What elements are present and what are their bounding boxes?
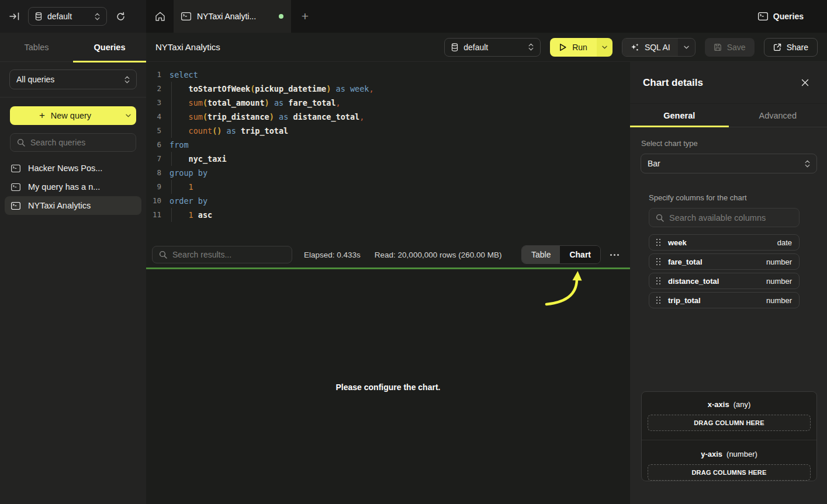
search-columns-input[interactable]: Search available columns (649, 208, 800, 227)
save-icon (714, 43, 722, 51)
collapse-sidebar-icon[interactable] (9, 12, 19, 20)
y-axis-block: y-axis(number) DRAG COLUMNS HERE (642, 440, 816, 481)
search-results-input[interactable]: Search results... (152, 246, 292, 263)
x-axis-dropzone[interactable]: DRAG COLUMN HERE (648, 415, 811, 431)
panel-tab-general[interactable]: General (630, 104, 729, 127)
save-button[interactable]: Save (705, 38, 755, 57)
y-axis-dropzone[interactable]: DRAG COLUMNS HERE (648, 464, 811, 481)
code-line[interactable]: 8group by (146, 166, 630, 180)
x-axis-title: x-axis(any) (648, 400, 811, 409)
drag-handle-icon[interactable] (656, 258, 660, 265)
topbar-database-value: default (47, 12, 89, 21)
code-line[interactable]: 6from (146, 138, 630, 152)
sql-ai-button[interactable]: SQL AI (622, 38, 695, 57)
line-number: 8 (146, 166, 161, 180)
line-number: 4 (146, 110, 161, 124)
code-text: nyc_taxi (169, 152, 227, 166)
column-chip-distance-total[interactable]: distance_total number (649, 273, 800, 289)
search-icon (656, 214, 664, 222)
query-list-item[interactable]: My query has a n... (5, 178, 141, 196)
code-line[interactable]: 9 1 (146, 180, 630, 194)
sidebar: Tables Queries All queries + New query (0, 33, 146, 504)
code-text: from (169, 138, 189, 152)
x-axis-block: x-axis(any) DRAG COLUMN HERE (642, 392, 816, 440)
code-text: toStartOfWeek(pickup_datetime) as week, (169, 82, 374, 96)
drag-handle-icon[interactable] (656, 277, 660, 284)
query-filter-select[interactable]: All queries (9, 69, 137, 89)
chart-type-select[interactable]: Bar (641, 154, 817, 173)
close-icon[interactable] (797, 75, 812, 91)
line-number: 6 (146, 138, 161, 152)
plus-icon: + (39, 110, 45, 121)
column-type: number (766, 296, 792, 305)
advanced-tab-label: Advanced (759, 111, 797, 120)
drag-handle-icon[interactable] (656, 239, 660, 246)
tab-queries-label: Queries (94, 43, 126, 52)
line-number: 1 (146, 68, 161, 82)
query-list-item-active[interactable]: NYTaxi Analytics (5, 196, 141, 215)
query-item-label: My query has a n... (28, 182, 100, 192)
sidebar-tab-queries[interactable]: Queries (73, 33, 146, 61)
refresh-icon[interactable] (116, 12, 126, 22)
tab-nytaxi-analytics[interactable]: NYTaxi Analyti... (174, 0, 291, 33)
panel-header: Chart details (630, 62, 827, 104)
database-icon (451, 43, 458, 51)
sql-editor[interactable]: 1select2 toStartOfWeek(pickup_datetime) … (146, 62, 630, 242)
line-number: 5 (146, 124, 161, 138)
x-axis-type: (any) (733, 400, 751, 409)
columns-section: Specify columns for the chart Search ava… (649, 193, 800, 308)
code-line[interactable]: 2 toStartOfWeek(pickup_datetime) as week… (146, 82, 630, 96)
code-line[interactable]: 7 nyc_taxi (146, 152, 630, 166)
y-axis-type: (number) (726, 450, 757, 458)
view-toggle-chart[interactable]: Chart (560, 246, 600, 263)
column-type: date (777, 238, 792, 247)
save-label: Save (727, 43, 746, 52)
code-line[interactable]: 3 sum(total_amount) as fare_total, (146, 96, 630, 110)
panel-tab-advanced[interactable]: Advanced (729, 104, 827, 127)
drag-handle-icon[interactable] (656, 297, 660, 304)
search-results-placeholder: Search results... (172, 250, 231, 259)
code-text: count() as trip_total (169, 124, 288, 138)
table-view-label: Table (531, 250, 551, 259)
run-button[interactable]: Run (550, 38, 613, 57)
more-options-button[interactable] (604, 246, 624, 263)
new-tab-button[interactable]: + (291, 0, 319, 33)
chevron-up-down-icon (528, 43, 534, 51)
column-chip-week[interactable]: week date (649, 234, 800, 251)
search-queries-input[interactable]: Search queries (10, 133, 136, 152)
new-query-button[interactable]: + New query (10, 106, 136, 125)
new-query-dropdown[interactable] (120, 106, 136, 125)
query-title: NYTaxi Analytics (155, 42, 220, 52)
queries-icon (758, 12, 768, 20)
column-chip-fare-total[interactable]: fare_total number (649, 253, 800, 270)
column-name: week (668, 238, 687, 247)
line-number: 7 (146, 152, 161, 166)
code-text: sum(total_amount) as fare_total, (169, 96, 341, 110)
toolbar-database-select[interactable]: default (444, 38, 541, 57)
sql-ai-dropdown[interactable] (678, 46, 695, 49)
y-axis-title: y-axis(number) (648, 450, 811, 458)
search-columns-placeholder: Search available columns (669, 213, 766, 223)
sidebar-tabs: Tables Queries (0, 33, 146, 62)
run-dropdown[interactable] (597, 38, 613, 57)
sidebar-tab-tables[interactable]: Tables (0, 33, 73, 61)
share-button[interactable]: Share (764, 38, 818, 57)
query-list-item[interactable]: Hacker News Pos... (5, 159, 141, 178)
column-chip-trip-total[interactable]: trip_total number (649, 292, 800, 308)
code-line[interactable]: 5 count() as trip_total (146, 124, 630, 138)
panel-tabs: General Advanced (630, 104, 827, 127)
queries-menu-button[interactable]: Queries (758, 0, 804, 33)
code-line[interactable]: 1select (146, 68, 630, 82)
topbar-database-select[interactable]: default (28, 7, 107, 26)
tab-tables-label: Tables (25, 43, 49, 52)
panel-body: Select chart type Bar Specify columns fo… (630, 127, 827, 308)
share-icon (773, 43, 781, 51)
tab-home[interactable] (146, 0, 174, 33)
line-number: 9 (146, 180, 161, 194)
home-icon (155, 12, 165, 21)
view-toggle-table[interactable]: Table (522, 246, 560, 263)
code-line[interactable]: 11 1 asc (146, 208, 630, 222)
results-bar: Search results... Elapsed: 0.433s Read: … (146, 242, 630, 267)
code-line[interactable]: 4 sum(trip_distance) as distance_total, (146, 110, 630, 124)
code-line[interactable]: 10order by (146, 194, 630, 208)
